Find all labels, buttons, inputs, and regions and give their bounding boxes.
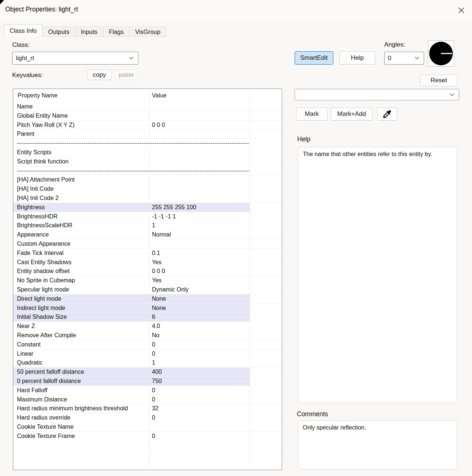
property-value-cell[interactable]: 0 0 0	[150, 121, 250, 130]
table-row[interactable]: BrightnessHDR-1 -1 -1 1	[13, 212, 282, 221]
table-row[interactable]: 50 percent falloff distance400	[13, 368, 282, 377]
table-row[interactable]: Maximum Distance0	[13, 395, 282, 404]
property-value-cell[interactable]: 1	[150, 358, 250, 367]
help-button[interactable]: Help	[339, 51, 375, 65]
table-row[interactable]: 0 percent falloff distance750	[13, 377, 282, 386]
property-value-cell[interactable]: 750	[150, 377, 250, 386]
property-value-cell[interactable]	[150, 148, 250, 157]
property-value-cell[interactable]: None	[150, 304, 250, 313]
property-name-cell[interactable]: Entity shadow offset	[13, 267, 150, 276]
property-value-cell[interactable]	[150, 157, 250, 166]
tab-visgroup[interactable]: VisGroup	[129, 27, 166, 37]
property-value-cell[interactable]	[150, 175, 250, 184]
table-row[interactable]: Script think function	[13, 157, 282, 166]
property-name-cell[interactable]: Global Entity Name	[13, 111, 150, 120]
property-name-cell[interactable]: BrightnessHDR	[13, 212, 150, 221]
property-value-cell[interactable]: 6	[150, 313, 250, 321]
table-row[interactable]: Indirect light modeNone	[13, 304, 282, 313]
separator-row[interactable]: ----------------------------------------…	[13, 139, 282, 148]
property-name-cell[interactable]: Indirect light mode	[13, 304, 150, 313]
separator-row[interactable]: ----------------------------------------…	[13, 166, 282, 176]
table-row[interactable]: AppearanceNormal	[13, 230, 282, 239]
property-value-cell[interactable]: 4.0	[150, 322, 250, 331]
table-row[interactable]: Direct light modeNone	[13, 294, 282, 304]
property-name-cell[interactable]: Pitch Yaw Roll (X Y Z)	[13, 121, 150, 130]
comments-text-box[interactable]: Only specular reflection.	[298, 420, 457, 469]
property-value-cell[interactable]: Dynamic Only	[150, 285, 250, 294]
mark-button[interactable]: Mark	[296, 107, 327, 121]
property-name-cell[interactable]: Linear	[13, 349, 150, 358]
mark-add-button[interactable]: Mark+Add	[331, 107, 372, 121]
property-name-cell[interactable]	[13, 459, 150, 468]
property-value-cell[interactable]	[150, 459, 250, 468]
property-value-cell[interactable]: Yes	[150, 276, 250, 285]
tab-class-info[interactable]: Class Info	[4, 24, 42, 37]
property-value-cell[interactable]	[150, 422, 250, 431]
table-row[interactable]: Brightness255 255 255 100	[13, 203, 282, 212]
table-row[interactable]	[13, 450, 282, 459]
property-name-cell[interactable]: [HA] Attachment Point	[13, 175, 150, 184]
property-name-cell[interactable]: Custom Appearance	[13, 239, 150, 248]
property-name-cell[interactable]: Remove After Compile	[13, 331, 150, 340]
property-name-cell[interactable]: Specular light mode	[13, 285, 150, 294]
property-name-cell[interactable]: Script think function	[13, 157, 150, 166]
table-row[interactable]: Quadratic1	[13, 358, 282, 368]
table-row[interactable]: Cast Entity ShadowsYes	[13, 258, 282, 267]
property-name-cell[interactable]: Name	[13, 102, 150, 111]
table-row[interactable]	[13, 441, 282, 450]
title-bar[interactable]: Object Properties: light_rt	[0, 0, 472, 21]
table-row[interactable]: BrightnessScaleHDR1	[13, 221, 282, 230]
eyedropper-button[interactable]	[377, 107, 397, 121]
property-value-cell[interactable]: 0.1	[150, 249, 250, 258]
property-value-cell[interactable]	[150, 239, 250, 248]
table-row[interactable]: Cookie Texture Frame0	[13, 432, 282, 441]
property-value-cell[interactable]: Yes	[150, 258, 250, 267]
tab-inputs[interactable]: Inputs	[75, 27, 103, 37]
property-value-cell[interactable]: -1 -1 -1 1	[150, 212, 250, 221]
reset-button[interactable]: Reset	[420, 75, 458, 86]
table-row[interactable]: Cookie Texture Name	[13, 422, 282, 432]
table-row[interactable]: [HA] Init Code	[13, 184, 282, 194]
table-row[interactable]: Entity Scripts	[13, 148, 282, 157]
table-row[interactable]: Initial Shadow Size6	[13, 313, 282, 322]
property-value-cell[interactable]	[150, 111, 250, 120]
property-name-cell[interactable]: 0 percent falloff distance	[13, 377, 150, 386]
property-value-cell[interactable]: 0 0 0	[150, 267, 250, 276]
property-value-cell[interactable]: 0	[150, 413, 250, 422]
property-name-cell[interactable]	[13, 450, 150, 459]
property-value-cell[interactable]: 400	[150, 368, 250, 376]
property-name-cell[interactable]: Entity Scripts	[13, 148, 150, 157]
angles-combobox[interactable]: 0	[384, 52, 424, 65]
table-row[interactable]: Constant0	[13, 340, 282, 349]
table-row[interactable]: Remove After CompileNo	[13, 331, 282, 340]
copy-button[interactable]: copy	[87, 70, 112, 80]
table-row[interactable]: Hard radius override0	[13, 413, 282, 422]
property-value-cell[interactable]: Normal	[150, 230, 250, 239]
property-name-cell[interactable]: Quadratic	[13, 358, 150, 367]
table-row[interactable]: [HA] Attachment Point	[13, 175, 282, 184]
table-row[interactable]: Hard Falloff0	[13, 386, 282, 395]
property-value-cell[interactable]: None	[150, 294, 250, 303]
property-name-cell[interactable]: Hard Falloff	[13, 386, 150, 395]
angle-dial[interactable]	[428, 40, 454, 67]
property-value-cell[interactable]: No	[150, 331, 250, 340]
property-name-cell[interactable]: Near Z	[13, 322, 150, 331]
property-value-cell[interactable]: 0	[150, 386, 250, 395]
table-row[interactable]: Custom Appearance	[13, 239, 282, 249]
property-value-cell[interactable]: 255 255 255 100	[150, 203, 250, 212]
property-value-cell[interactable]	[150, 441, 250, 449]
property-name-cell[interactable]: [HA] Init Code	[13, 184, 150, 193]
property-name-cell[interactable]: Cookie Texture Frame	[13, 432, 150, 441]
property-value-cell[interactable]: 32	[150, 404, 250, 413]
table-row[interactable]: Parent	[13, 130, 282, 139]
property-name-cell[interactable]: Maximum Distance	[13, 395, 150, 404]
property-name-cell[interactable]: Cookie Texture Name	[13, 422, 150, 431]
property-value-cell[interactable]	[150, 450, 250, 459]
table-row[interactable]: Hard radius minimum brightness threshold…	[13, 404, 282, 413]
table-row[interactable]: Entity shadow offset0 0 0	[13, 267, 282, 276]
paste-button[interactable]: paste	[115, 70, 138, 80]
keyvalue-filter-combobox[interactable]	[295, 89, 459, 100]
property-value-cell[interactable]: 1	[150, 221, 250, 230]
property-name-cell[interactable]: Initial Shadow Size	[13, 313, 150, 321]
property-name-cell[interactable]: Direct light mode	[13, 294, 150, 303]
